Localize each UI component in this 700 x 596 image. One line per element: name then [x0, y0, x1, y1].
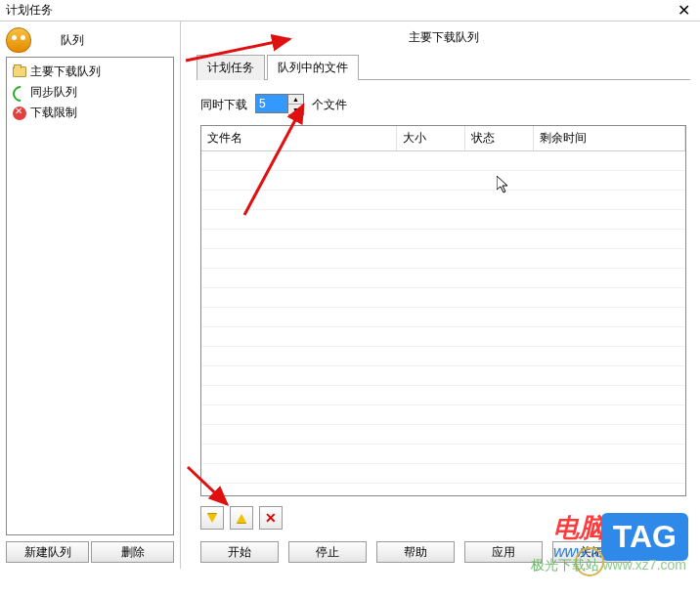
- col-status[interactable]: 状态: [465, 126, 534, 150]
- close-icon[interactable]: ✕: [674, 1, 694, 20]
- table-body[interactable]: [201, 151, 685, 496]
- right-panel: 主要下载队列 计划任务 队列中的文件 同时下载 ▲ ▼ 个文件 文件名: [181, 21, 700, 569]
- arrow-down-icon: [207, 514, 217, 523]
- table-header: 文件名 大小 状态 剩余时间: [201, 126, 685, 151]
- tree-item-label: 下载限制: [30, 105, 77, 121]
- new-queue-button[interactable]: 新建队列: [6, 541, 89, 563]
- spinner-down-button[interactable]: ▼: [288, 105, 303, 114]
- tree-item-main-queue[interactable]: 主要下载队列: [9, 62, 171, 82]
- delete-queue-button[interactable]: 删除: [91, 541, 174, 563]
- window-title: 计划任务: [6, 2, 674, 19]
- col-time[interactable]: 剩余时间: [534, 126, 685, 150]
- concurrent-row: 同时下载 ▲ ▼ 个文件: [200, 94, 686, 115]
- tree-item-download-limit[interactable]: 下载限制: [9, 103, 171, 123]
- file-table: 文件名 大小 状态 剩余时间: [200, 125, 686, 496]
- queue-tree[interactable]: 主要下载队列 同步队列 下载限制: [6, 57, 174, 535]
- start-button[interactable]: 开始: [200, 541, 279, 563]
- x-icon: ✕: [265, 510, 277, 526]
- move-down-button[interactable]: [200, 506, 224, 530]
- concurrent-prefix: 同时下载: [200, 97, 247, 113]
- concurrent-suffix: 个文件: [312, 97, 347, 113]
- tabs: 计划任务 队列中的文件: [197, 54, 690, 80]
- remove-button[interactable]: ✕: [259, 506, 283, 530]
- tab-files-in-queue[interactable]: 队列中的文件: [267, 55, 359, 80]
- queue-header-label: 队列: [61, 32, 84, 49]
- move-up-button[interactable]: [230, 506, 253, 530]
- tag-badge: TAG: [601, 513, 688, 561]
- spinner-up-button[interactable]: ▲: [288, 95, 303, 105]
- tree-item-sync-queue[interactable]: 同步队列: [9, 82, 171, 103]
- left-panel: 队列 主要下载队列 同步队列 下载限制 新建队列 删除: [0, 21, 181, 569]
- help-button[interactable]: 帮助: [376, 541, 455, 563]
- concurrent-input[interactable]: [255, 94, 288, 113]
- tree-item-label: 主要下载队列: [30, 64, 101, 80]
- concurrent-spinner[interactable]: ▲ ▼: [255, 94, 304, 115]
- titlebar: 计划任务 ✕: [0, 0, 700, 21]
- watermark-site-name: 极光下载站: [531, 557, 599, 573]
- panel-title: 主要下载队列: [197, 29, 690, 46]
- tab-schedule[interactable]: 计划任务: [197, 55, 265, 80]
- stop-button[interactable]: 停止: [288, 541, 367, 563]
- app-logo-icon: [6, 27, 31, 53]
- watermark-secondary: 极光下载站 www.xz7.com: [531, 557, 686, 575]
- sync-icon: [13, 86, 26, 100]
- col-filename[interactable]: 文件名: [201, 126, 397, 150]
- limit-icon: [13, 106, 26, 120]
- folder-icon: [13, 66, 26, 77]
- watermark-site-url: www.xz7.com: [602, 557, 686, 573]
- col-size[interactable]: 大小: [397, 126, 465, 150]
- arrow-up-icon: [237, 514, 246, 523]
- tree-item-label: 同步队列: [30, 84, 77, 101]
